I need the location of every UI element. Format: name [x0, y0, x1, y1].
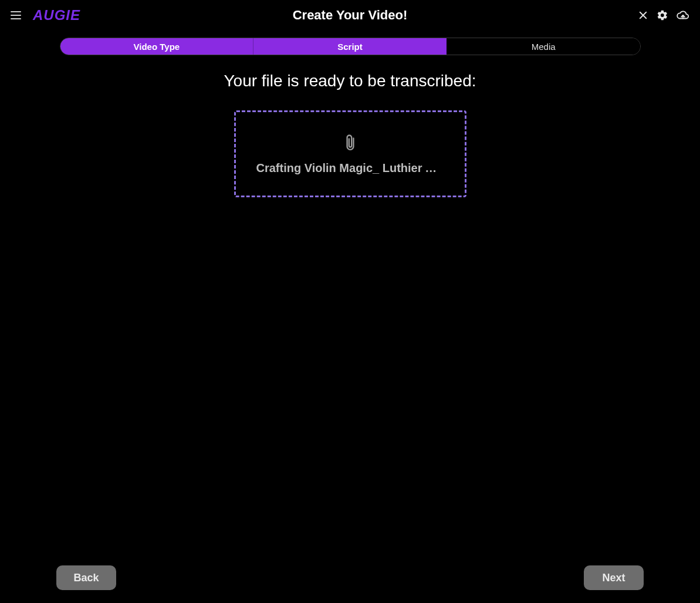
step-label: Video Type: [134, 42, 180, 52]
paperclip-icon: [343, 133, 358, 153]
main-content: Your file is ready to be transcribed: Cr…: [0, 55, 700, 197]
back-button[interactable]: Back: [56, 565, 116, 590]
step-video-type[interactable]: Video Type: [60, 38, 253, 55]
step-media[interactable]: Media: [447, 38, 640, 55]
header-actions: [638, 9, 689, 22]
menu-icon[interactable]: [11, 9, 23, 22]
file-dropzone[interactable]: Crafting Violin Magic_ Luthier Ar...: [234, 110, 466, 197]
section-heading: Your file is ready to be transcribed:: [224, 72, 476, 90]
attached-filename: Crafting Violin Magic_ Luthier Ar...: [256, 161, 444, 175]
footer-actions: Back Next: [0, 565, 700, 590]
app-header: AUGIE Create Your Video!: [0, 0, 700, 31]
progress-stepper: Video Type Script Media: [60, 38, 641, 55]
step-label: Script: [337, 42, 363, 52]
next-button[interactable]: Next: [584, 565, 644, 590]
page-title: Create Your Video!: [293, 8, 408, 23]
brand-logo[interactable]: AUGIE: [33, 7, 80, 23]
step-script[interactable]: Script: [253, 38, 447, 55]
gear-icon[interactable]: [657, 9, 668, 21]
cloud-upload-icon[interactable]: [677, 9, 689, 22]
step-label: Media: [532, 42, 556, 52]
close-icon[interactable]: [638, 10, 648, 21]
